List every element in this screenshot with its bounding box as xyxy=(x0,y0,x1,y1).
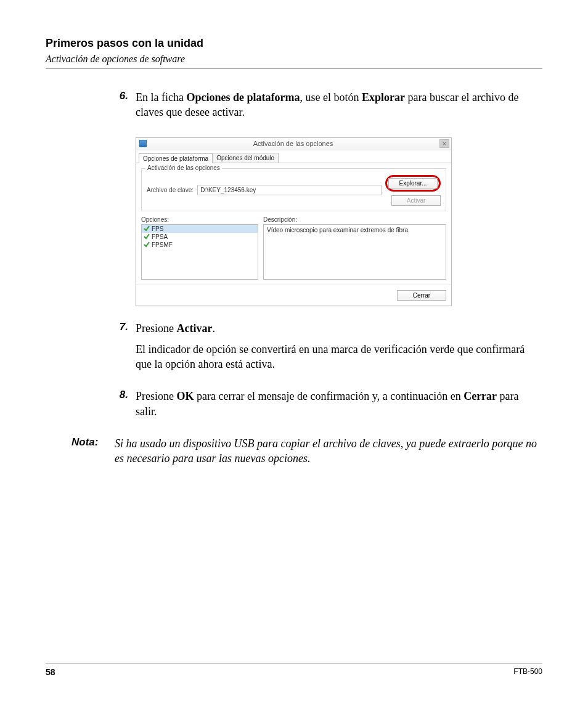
text: Presione xyxy=(136,322,177,335)
text-bold: Opciones de plataforma xyxy=(186,91,300,103)
close-icon[interactable]: × xyxy=(439,139,449,148)
step-8-text: Presione OK para cerrar el mensaje de co… xyxy=(136,389,542,419)
text: En la ficha xyxy=(136,91,186,103)
step-7: 7. Presione Activar. El indicador de opc… xyxy=(115,321,542,378)
option-name: FPS xyxy=(152,225,163,232)
step-6-text: En la ficha Opciones de plataforma, use … xyxy=(136,90,542,120)
dialog-window: Activación de las opciones × Opciones de… xyxy=(136,137,452,306)
header-divider xyxy=(46,68,542,69)
tab-module-options[interactable]: Opciones del módulo xyxy=(212,153,279,163)
text: . xyxy=(212,322,215,335)
activation-group: Activación de las opciones Archivo de cl… xyxy=(141,168,446,211)
app-icon xyxy=(139,140,147,147)
note-label: Nota: xyxy=(71,436,115,466)
activate-button[interactable]: Activar xyxy=(391,195,441,206)
check-icon xyxy=(144,233,150,240)
list-item[interactable]: FPS xyxy=(142,225,258,233)
note-text: Si ha usado un dispositivo USB para copi… xyxy=(115,436,542,466)
options-label: Opciones: xyxy=(141,216,258,223)
step-7-line2: El indicador de opción se convertirá en … xyxy=(136,342,542,372)
option-name: FPSMF xyxy=(152,241,173,248)
step-7-line1: Presione Activar. xyxy=(136,321,542,336)
check-icon xyxy=(144,225,150,232)
page-subtitle: Activación de opciones de software xyxy=(46,54,542,65)
tab-platform-options[interactable]: Opciones de plataforma xyxy=(139,153,213,163)
step-number: 8. xyxy=(115,389,136,425)
dialog-screenshot: Activación de las opciones × Opciones de… xyxy=(136,137,542,306)
text-bold: Explorar xyxy=(362,91,405,103)
step-6: 6. En la ficha Opciones de plataforma, u… xyxy=(115,90,542,126)
explore-button[interactable]: Explorar... xyxy=(388,178,438,189)
options-list[interactable]: FPS FPSA FPSMF xyxy=(141,224,258,280)
description-box: Vídeo microscopio para examinar extremos… xyxy=(263,224,446,280)
step-number: 6. xyxy=(115,90,136,126)
step-number: 7. xyxy=(115,321,136,378)
check-icon xyxy=(144,241,150,248)
description-label: Descripción: xyxy=(263,216,446,223)
dialog-footer: Cerrar xyxy=(136,285,451,306)
dialog-title: Activación de las opciones xyxy=(147,140,439,147)
note: Nota: Si ha usado un dispositivo USB par… xyxy=(71,436,542,466)
page-title: Primeros pasos con la unidad xyxy=(46,37,542,50)
text-bold: Activar xyxy=(177,322,213,335)
key-file-input[interactable] xyxy=(197,185,382,195)
key-file-label: Archivo de clave: xyxy=(147,187,194,193)
text: , use el botón xyxy=(300,91,362,103)
list-item[interactable]: FPSA xyxy=(142,233,258,241)
text-bold: Cerrar xyxy=(463,390,497,402)
text-bold: OK xyxy=(177,390,194,402)
page-number: 58 xyxy=(46,667,55,677)
footer-divider xyxy=(46,663,542,663)
step-8: 8. Presione OK para cerrar el mensaje de… xyxy=(115,389,542,425)
group-label: Activación de las opciones xyxy=(145,164,222,171)
text: para cerrar el mensaje de confirmación y… xyxy=(194,390,464,402)
list-item[interactable]: FPSMF xyxy=(142,241,258,249)
model-name: FTB-500 xyxy=(513,667,542,677)
close-button[interactable]: Cerrar xyxy=(397,290,446,301)
text: Presione xyxy=(136,390,177,402)
description-text: Vídeo microscopio para examinar extremos… xyxy=(264,225,446,235)
tab-strip: Opciones de plataforma Opciones del módu… xyxy=(136,150,451,163)
highlight-ring: Explorar... xyxy=(385,175,441,192)
option-name: FPSA xyxy=(152,233,168,240)
titlebar: Activación de las opciones × xyxy=(136,138,451,150)
page-footer: 58 FTB-500 xyxy=(46,663,542,677)
